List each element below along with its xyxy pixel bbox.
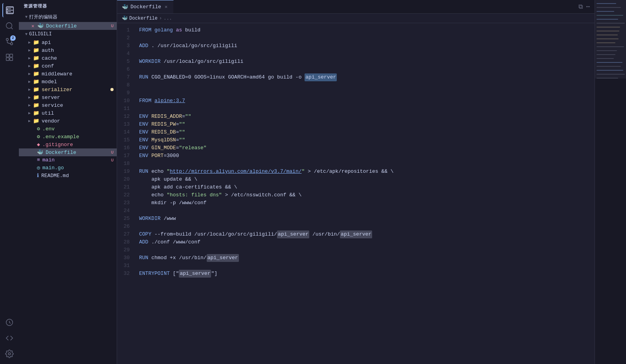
sidebar-item-readme[interactable]: ℹ README.md [19,172,117,179]
activity-remote[interactable] [2,331,17,345]
more-actions-icon[interactable]: ⋯ [586,3,590,11]
code-line-16[interactable]: ENV GIN_MODE = "release" [136,144,595,152]
line-num-19: 19 [117,168,136,176]
sidebar-item-api[interactable]: ▶ 📁 api [19,38,117,46]
line-num-9: 9 [117,89,136,97]
open-editors-chevron: ▼ [25,15,28,19]
code-line-23[interactable]: mkdir -p /www/conf [136,199,595,207]
sidebar-item-auth[interactable]: ▶ 📁 auth [19,46,117,54]
code-line-28[interactable]: ADD ./conf /www/conf [136,238,595,246]
code-line-5[interactable]: WORKDIR /usr/local/go/src/giligili [136,58,595,66]
sidebar-item-main[interactable]: ≡ main U [19,156,117,164]
folder-name: util [42,110,54,116]
line-num-3: 3 [117,42,136,50]
activity-settings[interactable] [2,347,17,361]
activity-explorer[interactable] [2,3,17,17]
line-num-7: 7 [117,73,136,81]
activity-search[interactable] [2,19,17,33]
tab-dockerfile[interactable]: 🐳 Dockerfile ✕ [117,0,174,13]
code-line-7[interactable]: RUN CGO_ENABLED=0 GOOS=linux GOARCH=amd6… [136,73,595,81]
code-text: REDIS_DB [151,128,176,136]
breadcrumb-file[interactable]: Dockerfile [129,16,158,21]
line-num-4: 4 [117,50,136,58]
code-line-24[interactable] [136,207,595,215]
split-editor-icon[interactable]: ⧉ [578,3,583,11]
project-section[interactable]: ▼ GILIGILI [19,30,117,38]
folder-name: serializer [42,87,72,93]
main-badge: U [111,158,114,163]
code-line-12[interactable]: ENV REDIS_ADDR = "" [136,113,595,121]
line-num-14: 14 [117,128,136,136]
sidebar-header: 资源管理器 [19,0,117,12]
code-text: > /etc/nsswitch.conf && \ [222,191,302,199]
sidebar-item-main-go[interactable]: ◎ main.go [19,164,117,172]
code-line-2[interactable] [136,34,595,42]
sidebar-item-conf[interactable]: ▶ 📁 conf [19,62,117,70]
git-badge: 2 [10,35,16,41]
sidebar-item-env-example[interactable]: ⚙ .env.example [19,133,117,141]
code-line-31[interactable] [136,262,595,270]
sidebar-item-cache[interactable]: ▶ 📁 cache [19,54,117,62]
code-text: [" [170,270,179,278]
code-text: golang [154,26,173,34]
code-line-15[interactable]: ENV MysqlDSN = "" [136,136,595,144]
sidebar-item-service[interactable]: ▶ 📁 service [19,101,117,109]
line-num-16: 16 [117,144,136,152]
code-line-25[interactable]: WORKDIR /www [136,215,595,223]
code-line-29[interactable] [136,246,595,254]
code-line-27[interactable]: COPY --from=build /usr/local/go/src/gili… [136,230,595,238]
code-text: MysqlDSN [151,136,176,144]
line-num-13: 13 [117,121,136,128]
code-line-17[interactable]: ENV PORT =3000 [136,152,595,160]
open-editors-section[interactable]: ▼ 打开的编辑器 [19,12,117,22]
code-line-10[interactable]: FROM alpine:3.7 [136,97,595,105]
sidebar-item-serializer[interactable]: ▶ 📁 serializer [19,86,117,93]
code-line-6[interactable] [136,66,595,73]
activity-git[interactable]: 2 [2,35,17,49]
breadcrumb: 🐳 Dockerfile › ... [117,14,595,23]
code-line-32[interactable]: ENTRYPOINT [" api_server "] [136,270,595,278]
folder-icon: 📁 [33,102,39,108]
open-editor-dockerfile[interactable]: ✕ 🐳 Dockerfile U [19,22,117,30]
svg-point-4 [11,43,13,45]
folder-icon: 📁 [33,47,39,53]
code-line-20[interactable]: apk update && \ [136,176,595,183]
folder-name: vendor [42,118,60,124]
code-line-19[interactable]: RUN echo "http://mirrors.aliyun.com/alpi… [136,168,595,176]
code-line-9[interactable] [136,89,595,97]
code-line-8[interactable] [136,81,595,89]
editor-area: 🐳 Dockerfile ✕ ⧉ ⋯ 🐳 Dockerfile › ... 1 … [117,0,595,364]
code-line-18[interactable] [136,160,595,168]
sidebar-item-env[interactable]: ⚙ .env [19,125,117,133]
line-num-30: 30 [117,254,136,262]
code-line-30[interactable]: RUN chmod +x /usr/bin/ api_server [136,254,595,262]
info-icon: ℹ [37,172,39,179]
folder-icon: 📁 [33,63,39,69]
code-line-3[interactable]: ADD . /usr/local/go/src/giligili [136,42,595,50]
code-line-13[interactable]: ENV REDIS_PW = "" [136,121,595,128]
code-line-21[interactable]: apk add ca-certificates && \ [136,183,595,191]
activity-extensions[interactable] [2,50,17,64]
tab-close-button[interactable]: ✕ [163,4,169,10]
sidebar-item-model[interactable]: ▶ 📁 model [19,78,117,86]
svg-point-1 [6,23,12,29]
code-line-22[interactable]: echo "hosts: files dns" > /etc/nsswitch.… [136,191,595,199]
sidebar-item-middleware[interactable]: ▶ 📁 middleware [19,70,117,78]
code-line-11[interactable] [136,105,595,113]
code-line-4[interactable] [136,50,595,58]
sidebar-item-vendor[interactable]: ▶ 📁 vendor [19,117,117,125]
code-editor[interactable]: 1 2 3 4 5 6 7 8 9 10 11 12 13 14 15 16 1… [117,23,595,364]
close-icon[interactable]: ✕ [31,23,34,29]
docker-file-icon: 🐳 [37,149,43,155]
breadcrumb-dots: ... [163,16,172,21]
activity-debug[interactable] [2,315,17,329]
line-num-29: 29 [117,246,136,254]
sidebar-item-util[interactable]: ▶ 📁 util [19,109,117,117]
code-line-14[interactable]: ENV REDIS_DB = "" [136,128,595,136]
sidebar-item-server[interactable]: ▶ 📁 server [19,93,117,101]
code-line-26[interactable] [136,223,595,230]
code-line-1[interactable]: FROM golang as build [136,26,595,34]
sidebar-item-dockerfile[interactable]: 🐳 Dockerfile U [19,148,117,156]
sidebar-item-gitignore[interactable]: ◆ .gitignore [19,141,117,148]
folder-chevron: ▶ [28,40,31,45]
